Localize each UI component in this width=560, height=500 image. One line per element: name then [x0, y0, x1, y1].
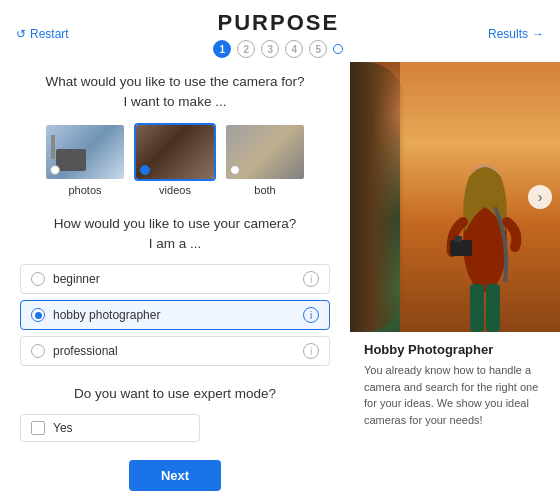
page-title: PURPOSE: [69, 10, 488, 36]
next-button[interactable]: Next: [129, 460, 221, 491]
beginner-radio: [31, 272, 45, 286]
both-label: both: [224, 184, 306, 196]
photos-label: photos: [44, 184, 126, 196]
beginner-info-icon[interactable]: i: [303, 271, 319, 287]
restart-button[interactable]: ↺ Restart: [16, 27, 69, 41]
hobby-radio: [31, 308, 45, 322]
svg-rect-3: [454, 236, 462, 242]
next-button-container: Next: [20, 460, 330, 491]
hobby-info-icon[interactable]: i: [303, 307, 319, 323]
svg-rect-2: [450, 240, 472, 256]
expert-label: Yes: [53, 421, 73, 435]
header-title-area: PURPOSE 1 2 3 4 5: [69, 10, 488, 58]
tree-overlay: [350, 62, 405, 332]
camera-use-section: What would you like to use the camera fo…: [20, 72, 330, 196]
hobby-label: hobby photographer: [53, 308, 160, 322]
expert-checkbox[interactable]: [31, 421, 45, 435]
page-header: ↺ Restart PURPOSE 1 2 3 4 5 Results →: [0, 0, 560, 62]
main-layout: What would you like to use the camera fo…: [0, 62, 560, 500]
mode-options-group: beginner i hobby photographer i: [20, 264, 330, 366]
professional-radio: [31, 344, 45, 358]
mode-beginner-left: beginner: [31, 272, 100, 286]
step-3[interactable]: 3: [261, 40, 279, 58]
mode-option-professional[interactable]: professional i: [20, 336, 330, 366]
photos-radio: [50, 165, 60, 175]
videos-label: videos: [134, 184, 216, 196]
arrow-right-icon: →: [532, 27, 544, 41]
step-dots: 1 2 3 4 5: [69, 40, 488, 58]
question3-title: Do you want to use expert mode?: [20, 384, 330, 404]
mode-professional-left: professional: [31, 344, 118, 358]
photos-image: [44, 123, 126, 181]
question2-title: How would you like to use your camera? I…: [20, 214, 330, 255]
svg-rect-5: [486, 284, 500, 332]
results-button[interactable]: Results →: [488, 27, 544, 41]
camera-option-both[interactable]: both: [224, 123, 306, 196]
videos-radio: [140, 165, 150, 175]
camera-option-photos[interactable]: photos: [44, 123, 126, 196]
right-panel: › Hobby Photographer You already know ho…: [350, 62, 560, 500]
right-info-text: You already know how to handle a camera …: [364, 362, 546, 428]
videos-image: [134, 123, 216, 181]
professional-label: professional: [53, 344, 118, 358]
user-mode-section: How would you like to use your camera? I…: [20, 214, 330, 367]
camera-option-videos[interactable]: videos: [134, 123, 216, 196]
mode-option-beginner[interactable]: beginner i: [20, 264, 330, 294]
expert-option[interactable]: Yes: [20, 414, 200, 442]
beginner-label: beginner: [53, 272, 100, 286]
question1-title: What would you like to use the camera fo…: [20, 72, 330, 113]
step-end: [333, 44, 343, 54]
professional-info-icon[interactable]: i: [303, 343, 319, 359]
expert-mode-section: Do you want to use expert mode? Yes: [20, 384, 330, 442]
right-info-title: Hobby Photographer: [364, 342, 546, 357]
step-1[interactable]: 1: [213, 40, 231, 58]
restart-icon: ↺: [16, 27, 26, 41]
right-info-box: Hobby Photographer You already know how …: [350, 332, 560, 438]
mode-hobby-left: hobby photographer: [31, 308, 160, 322]
both-image: [224, 123, 306, 181]
photographer-svg: [440, 112, 530, 332]
right-chevron-button[interactable]: ›: [528, 185, 552, 209]
svg-rect-4: [470, 284, 484, 332]
camera-options-group: photos videos both: [20, 123, 330, 196]
both-radio: [230, 165, 240, 175]
step-5[interactable]: 5: [309, 40, 327, 58]
mode-option-hobby[interactable]: hobby photographer i: [20, 300, 330, 330]
left-panel: What would you like to use the camera fo…: [0, 62, 350, 500]
step-4[interactable]: 4: [285, 40, 303, 58]
step-2[interactable]: 2: [237, 40, 255, 58]
